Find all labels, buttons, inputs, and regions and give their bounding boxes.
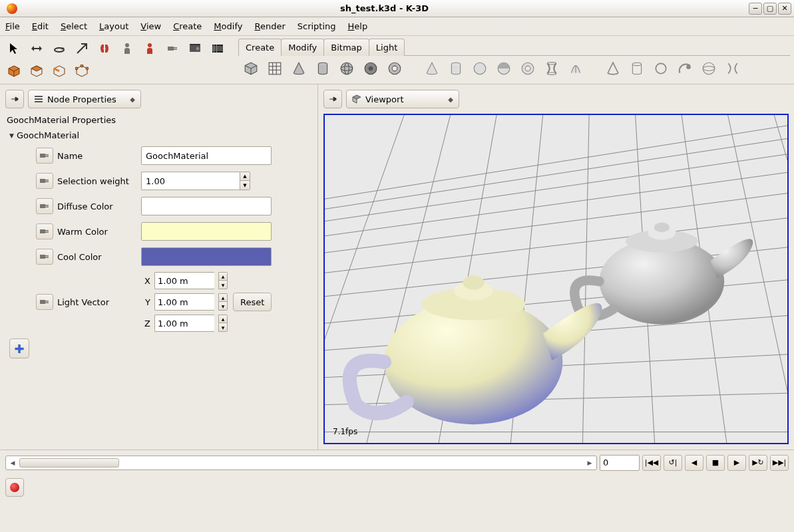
select-object-mode[interactable]	[4, 61, 24, 81]
select-face-mode[interactable]	[27, 61, 47, 81]
loop-back-button[interactable]: ↺|	[664, 455, 682, 471]
nurbs-cone[interactable]	[422, 59, 442, 78]
step-back-button[interactable]: ◀	[685, 455, 703, 471]
selweight-input[interactable]	[141, 172, 240, 190]
toolbar-area: Create Modify Bitmap Light	[0, 36, 794, 84]
add-property-button[interactable]: ✚	[9, 338, 29, 358]
menu-select[interactable]: Select	[61, 21, 87, 31]
pin-viewport-button[interactable]	[323, 90, 342, 108]
curve-arc[interactable]	[675, 59, 695, 78]
select-tool[interactable]	[4, 39, 24, 59]
minimize-button[interactable]: ─	[749, 3, 762, 15]
prim-cube[interactable]	[241, 59, 261, 78]
pin-panel-button[interactable]	[5, 90, 24, 108]
vec-x-up[interactable]: ▲	[219, 273, 227, 281]
name-connection-button[interactable]	[36, 148, 53, 164]
forward-end-button[interactable]: ▶▶|	[770, 455, 789, 471]
menu-view[interactable]: View	[140, 21, 161, 31]
loop-forward-button[interactable]: ▶↻	[749, 455, 767, 471]
nurbs-hyperboloid[interactable]	[542, 59, 562, 78]
curve-sphere[interactable]	[699, 59, 719, 78]
scroll-left-icon[interactable]: ◀	[7, 460, 18, 466]
selweight-connection-button[interactable]	[36, 173, 53, 189]
timeline-thumb[interactable]	[19, 458, 119, 467]
play-button[interactable]: ▶	[727, 455, 746, 471]
prim-cylinder[interactable]	[313, 59, 333, 78]
scale-tool[interactable]	[72, 39, 92, 59]
nurbs-sphere[interactable]	[470, 59, 490, 78]
snap-tool[interactable]	[95, 39, 114, 59]
record-button[interactable]	[5, 478, 24, 497]
menu-file[interactable]: File	[5, 21, 20, 31]
curve-cone[interactable]	[603, 59, 623, 78]
unparent-tool[interactable]	[140, 39, 160, 59]
select-vertex-mode[interactable]	[72, 61, 92, 81]
prim-cone[interactable]	[289, 59, 309, 78]
warm-color-swatch[interactable]	[141, 222, 272, 241]
vec-x-down[interactable]: ▼	[219, 281, 227, 289]
rewind-start-button[interactable]: |◀◀	[642, 455, 661, 471]
name-input[interactable]	[141, 146, 272, 165]
curve-cylinder[interactable]	[627, 59, 647, 78]
svg-point-30	[525, 66, 530, 71]
panel-type-selector[interactable]: Node Properties ◆	[28, 90, 141, 108]
menu-layout[interactable]: Layout	[99, 21, 128, 31]
tab-create[interactable]: Create	[238, 39, 282, 56]
nurbs-hemisphere[interactable]	[494, 59, 514, 78]
render-anim-tool[interactable]	[208, 39, 228, 59]
selweight-down[interactable]: ▼	[240, 181, 250, 190]
menu-modify[interactable]: Modify	[214, 21, 242, 31]
vec-z-up[interactable]: ▲	[219, 315, 227, 323]
scroll-right-icon[interactable]: ▶	[584, 460, 595, 466]
prim-grid[interactable]	[265, 59, 285, 78]
vec-y-input[interactable]	[154, 293, 214, 311]
plug-tool[interactable]	[162, 39, 182, 59]
property-group-toggle[interactable]: ▼ GoochMaterial	[9, 130, 312, 140]
parent-tool[interactable]	[117, 39, 137, 59]
vec-y-up[interactable]: ▲	[219, 294, 227, 302]
selweight-up[interactable]: ▲	[240, 172, 250, 181]
frame-number-input[interactable]	[600, 455, 640, 471]
menu-render[interactable]: Render	[254, 21, 285, 31]
prim-sphere[interactable]	[337, 59, 357, 78]
move-tool[interactable]	[27, 39, 47, 59]
stop-button[interactable]: ■	[706, 455, 725, 471]
reset-button[interactable]: Reset	[233, 293, 272, 311]
prim-torus[interactable]	[385, 59, 405, 78]
curve-hyperboloid[interactable]	[723, 59, 743, 78]
name-label: Name	[57, 151, 137, 161]
lightvec-connection-button[interactable]	[36, 294, 53, 310]
select-edge-mode[interactable]	[49, 61, 69, 81]
diffuse-color-swatch[interactable]	[141, 197, 272, 215]
nurbs-torus[interactable]	[518, 59, 538, 78]
render-frame-tool[interactable]	[185, 39, 205, 59]
viewport-type-selector[interactable]: Viewport ◆	[346, 90, 459, 108]
cool-connection-button[interactable]	[36, 249, 53, 265]
svg-point-33	[632, 63, 641, 65]
tab-light[interactable]: Light	[369, 39, 405, 56]
menu-edit[interactable]: Edit	[32, 21, 49, 31]
menu-scripting[interactable]: Scripting	[298, 21, 336, 31]
curve-circle[interactable]	[651, 59, 671, 78]
vec-z-input[interactable]	[154, 315, 214, 332]
prim-disk[interactable]	[361, 59, 381, 78]
vec-y-down[interactable]: ▼	[219, 302, 227, 310]
tab-bitmap[interactable]: Bitmap	[323, 39, 369, 56]
nurbs-cylinder[interactable]	[446, 59, 466, 78]
plug-icon	[39, 298, 50, 306]
cool-color-swatch[interactable]	[141, 247, 272, 266]
vec-x-input[interactable]	[154, 272, 214, 289]
viewport-3d[interactable]: 7.1fps	[323, 114, 789, 444]
vec-z-down[interactable]: ▼	[219, 323, 227, 331]
nurbs-paraboloid[interactable]	[566, 59, 586, 78]
close-window-button[interactable]: ✕	[778, 3, 791, 15]
menu-create[interactable]: Create	[173, 21, 202, 31]
menu-help[interactable]: Help	[348, 21, 368, 31]
rotate-tool[interactable]	[49, 39, 69, 59]
tab-modify[interactable]: Modify	[281, 39, 324, 56]
timeline-scrollbar[interactable]: ◀ ▶	[5, 456, 597, 470]
warm-connection-button[interactable]	[36, 223, 53, 239]
svg-rect-47	[40, 204, 45, 208]
maximize-button[interactable]: ▢	[763, 3, 777, 15]
diffuse-connection-button[interactable]	[36, 198, 53, 214]
